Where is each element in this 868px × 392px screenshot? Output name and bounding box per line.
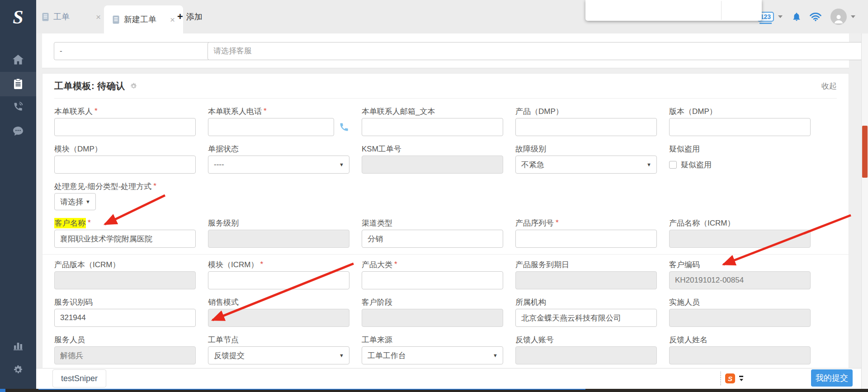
customer-name-input[interactable] [54, 230, 196, 248]
contact-field: 本单联系人* [54, 106, 196, 136]
gear-icon [13, 364, 24, 375]
handling-opinion-select-value: 请选择 [60, 197, 83, 207]
app-logo[interactable]: S [0, 5, 36, 31]
sidebar-item-settings[interactable] [0, 358, 36, 382]
feedback-account-label: 反馈人账号 [515, 335, 657, 345]
sales-mode-label: 销售模式 [208, 297, 349, 307]
product-dmp-label: 产品（DMP） [515, 106, 657, 116]
sidebar-item-workorders[interactable] [0, 72, 36, 96]
snip-tool-cluster: S [720, 372, 743, 385]
contact-email-input[interactable] [362, 118, 503, 136]
fault-level-select[interactable]: 不紧急 [515, 156, 657, 174]
agent-input[interactable] [208, 42, 862, 60]
header-bar: 工单 新建工单 添加 123 [36, 0, 868, 33]
order-node-select[interactable]: 反馈提交 [208, 346, 349, 364]
sidebar-item-messages[interactable] [0, 119, 36, 143]
feedback-account-input [515, 346, 657, 364]
order-node-field: 工单节点反馈提交 [208, 335, 349, 364]
implementer-field: 实施人员 [669, 297, 811, 327]
doc-status-select[interactable]: ---- [208, 156, 349, 174]
tab-label: 添加 [186, 11, 203, 22]
vertical-scrollbar[interactable] [861, 33, 868, 389]
status-select-value: - [60, 47, 62, 56]
organization-label: 所属机构 [515, 297, 657, 307]
channel-type-label: 渠道类型 [362, 218, 503, 228]
document-icon [42, 13, 49, 21]
window-edge-accent [38, 389, 585, 390]
feedback-account-field: 反馈人账号 [515, 335, 657, 364]
module-icrm-field: 模块（ICRM）* [208, 260, 349, 289]
sidebar-item-home[interactable] [0, 47, 36, 72]
sidebar-item-reports[interactable] [0, 333, 36, 358]
module-dmp-field: 模块（DMP） [54, 144, 196, 174]
implementer-input [669, 309, 811, 327]
module-icrm-input[interactable] [208, 271, 349, 289]
close-icon[interactable] [96, 13, 101, 21]
notifications-button[interactable] [792, 11, 802, 22]
product-version-icrm-label: 产品版本（ICRM） [54, 260, 196, 269]
sidebar-item-calls[interactable] [0, 94, 36, 119]
card-header: 工单模板: 待确认 收起 [54, 74, 837, 99]
contact-phone-label: 本单联系人电话* [208, 106, 349, 116]
service-id-code-field: 服务识别码 [54, 297, 196, 327]
tab-add[interactable]: 添加 [177, 0, 203, 33]
chevron-down-icon[interactable] [851, 15, 855, 18]
contact-phone-field: 本单联系人电话* [208, 106, 349, 136]
form-row: 模块（DMP）单据状态----KSM工单号故障级别不紧急疑似盗用疑似盗用 [54, 144, 837, 174]
notification-popup [585, 0, 762, 21]
product-serial-label: 产品序列号* [515, 218, 657, 228]
network-button[interactable] [810, 12, 821, 21]
channel-type-field: 渠道类型 [362, 218, 503, 248]
service-id-code-input[interactable] [54, 309, 196, 327]
contact-email-field: 本单联系人邮箱_文本 [362, 106, 503, 136]
version-dmp-label: 版本（DMP） [669, 106, 811, 116]
contact-input[interactable] [54, 118, 196, 136]
my-submit-button[interactable]: 我的提交 [811, 369, 853, 387]
row-divider [42, 254, 849, 255]
module-dmp-label: 模块（DMP） [54, 144, 196, 154]
form-body: 本单联系人*本单联系人电话*本单联系人邮箱_文本产品（DMP）版本（DMP）模块… [54, 106, 837, 364]
tab-new-workorder[interactable]: 新建工单 [104, 5, 183, 33]
user-avatar[interactable] [830, 9, 847, 25]
order-node-select-value: 反馈提交 [214, 350, 245, 361]
product-category-input[interactable] [362, 271, 503, 289]
ksm-order-no-field: KSM工单号 [362, 144, 503, 174]
customer-stage-field: 客户阶段 [362, 297, 503, 327]
tab-label: 新建工单 [124, 14, 156, 25]
organization-field: 所属机构 [515, 297, 657, 327]
tab-worklist[interactable]: 工单 [42, 0, 107, 33]
customer-code-label: 客户编码 [669, 260, 811, 269]
ksm-order-no-input [362, 156, 503, 174]
chevron-down-icon[interactable] [778, 15, 783, 18]
doc-status-field: 单据状态---- [208, 144, 349, 174]
form-row: 处理意见-细分类型-处理方式*请选择 [54, 181, 837, 210]
product-serial-input[interactable] [515, 230, 657, 248]
snip-dots-handle[interactable] [720, 372, 721, 385]
module-dmp-input[interactable] [54, 156, 196, 174]
implementer-label: 实施人员 [669, 297, 811, 307]
product-dmp-input[interactable] [515, 118, 657, 136]
collapse-link[interactable]: 收起 [821, 81, 837, 91]
phone-icon[interactable] [339, 122, 349, 132]
snip-tool-controls[interactable] [739, 376, 743, 381]
order-source-field: 工单来源工单工作台 [362, 335, 503, 364]
chat-icon [13, 126, 24, 136]
product-name-icrm-input [669, 230, 811, 248]
version-dmp-input[interactable] [669, 118, 811, 136]
contact-phone-input[interactable] [208, 118, 334, 136]
template-settings-button[interactable] [130, 82, 137, 90]
order-source-select-value: 工单工作台 [368, 350, 406, 361]
close-icon[interactable] [170, 15, 175, 24]
organization-input[interactable] [515, 309, 657, 327]
watermark-label: testSniper [52, 369, 106, 387]
suspected-piracy-checkbox[interactable] [669, 161, 677, 169]
main-content: - 工单模板: 待确认 收起 本单联系人*本单联系人电话*本单联系人邮箱_文本产… [36, 33, 862, 389]
channel-type-input[interactable] [362, 230, 503, 248]
order-source-select[interactable]: 工单工作台 [362, 346, 503, 364]
handling-opinion-field: 处理意见-细分类型-处理方式*请选择 [54, 181, 196, 210]
handling-opinion-select[interactable]: 请选择 [54, 193, 96, 210]
snip-tool-icon[interactable]: S [725, 373, 735, 383]
ksm-order-no-label: KSM工单号 [362, 144, 503, 154]
scrollbar-thumb[interactable] [862, 126, 868, 178]
product-version-icrm-input [54, 271, 196, 289]
